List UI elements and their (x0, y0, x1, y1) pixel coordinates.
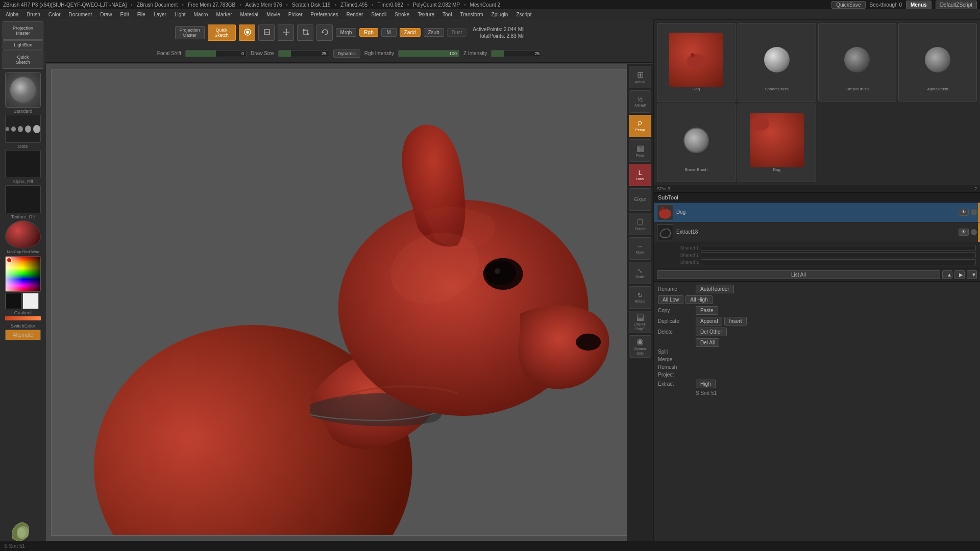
menu-material[interactable]: Material (237, 11, 262, 18)
menu-marker[interactable]: Marker (212, 11, 235, 18)
insert-btn[interactable]: Insert (724, 317, 746, 325)
arrow-right-btn[interactable]: ▶ (954, 270, 965, 279)
lightbox-mini[interactable]: QuickSketch (208, 24, 236, 41)
brush-thumb-alpha[interactable]: AlphaBrush (898, 23, 977, 102)
white-swatch[interactable] (22, 293, 39, 309)
frame-btn[interactable]: □ Frame (629, 213, 651, 235)
subtool-item-extract[interactable]: Extract18 👁 (654, 222, 980, 242)
all-high-btn[interactable]: All High (685, 295, 712, 304)
rgb-intensity-slider[interactable]: 100 (398, 50, 459, 57)
linefill-btn[interactable]: ▤ Line Fill PolyF (629, 311, 651, 333)
menu-brush[interactable]: Brush (23, 11, 44, 18)
list-all-btn[interactable]: List All (657, 270, 940, 279)
m-btn[interactable]: M (381, 28, 397, 37)
menu-document[interactable]: Document (65, 11, 96, 18)
high-btn[interactable]: High (696, 380, 716, 388)
menu-layer[interactable]: Layer (150, 11, 170, 18)
default-zscript-button[interactable]: DefaultZScript (936, 1, 977, 9)
menu-macro[interactable]: Macro (190, 11, 212, 18)
dust-btn[interactable]: Dust (447, 28, 467, 37)
brush-thumb-eraser[interactable]: EraserBrush (657, 104, 736, 182)
quicksave-button[interactable]: QuickSave (831, 1, 865, 9)
draw-mode-btn[interactable] (258, 24, 275, 41)
alternate-button[interactable]: Alternate (5, 330, 41, 340)
dots-preview[interactable] (5, 115, 41, 143)
extract-visibility-btn[interactable]: 👁 (959, 229, 969, 236)
brush-preview[interactable] (5, 72, 41, 108)
persp-btn[interactable]: P Persp (629, 115, 651, 137)
arrow-down-btn[interactable]: ▼ (967, 270, 977, 279)
draw-icon-btn[interactable] (239, 24, 255, 41)
param-slider-1[interactable] (701, 245, 976, 251)
scale-icon-btn[interactable]: ⤡ Scale (629, 262, 651, 284)
menu-zscript[interactable]: Zscript (512, 11, 535, 18)
menu-light[interactable]: Light (171, 11, 189, 18)
subtool-item-dog[interactable]: Dog 👁 (654, 203, 980, 222)
menu-edit[interactable]: Edit (117, 11, 133, 18)
material-preview[interactable] (5, 220, 41, 248)
black-swatch[interactable] (5, 293, 21, 309)
color-picker[interactable] (5, 256, 41, 292)
menu-render[interactable]: Render (343, 11, 367, 18)
quick-sketch-button[interactable]: QuickSketch (3, 51, 43, 69)
lightbox-button[interactable]: LightBox (3, 40, 43, 49)
gradient-bar[interactable] (5, 316, 41, 320)
focal-shift-slider[interactable]: 0 (185, 50, 247, 57)
brush-thumb-dog[interactable]: Dog (657, 23, 736, 102)
texture-preview[interactable] (5, 185, 41, 213)
extract-lock-btn[interactable] (971, 229, 977, 235)
all-low-btn[interactable]: All Low (658, 295, 683, 304)
canvas-area[interactable] (46, 64, 653, 541)
menu-tool[interactable]: Tool (439, 11, 455, 18)
del-other-btn[interactable]: Del Other (696, 328, 727, 336)
z-intensity-slider[interactable]: 25 (491, 50, 542, 57)
subtool-header[interactable]: SubTool (654, 193, 980, 203)
projection-master-button[interactable]: ProjectionMaster (3, 21, 43, 40)
local-btn[interactable]: L Local (629, 164, 651, 186)
draw-size-slider[interactable]: 25 (278, 50, 329, 57)
alpha-preview[interactable] (5, 150, 41, 178)
move-btn[interactable] (278, 24, 294, 41)
menus-button[interactable]: Menus (906, 1, 932, 9)
scale-btn[interactable] (297, 24, 313, 41)
param-slider-2[interactable] (701, 252, 976, 258)
actual-btn[interactable]: ⊞ Actual (629, 66, 651, 88)
param-slider-3[interactable] (701, 259, 976, 265)
zsub-btn[interactable]: Zsub (424, 28, 444, 37)
menu-stroke[interactable]: Stroke (391, 11, 413, 18)
menu-alpha[interactable]: Alpha (2, 11, 22, 18)
menu-texture[interactable]: Texture (414, 11, 438, 18)
mrgb-btn[interactable]: Mrgb (336, 28, 357, 37)
paste-btn[interactable]: Paste (696, 306, 718, 315)
zadd-btn[interactable]: Zadd (400, 28, 421, 37)
dynamic-btn[interactable]: Dynamic (333, 49, 360, 58)
dog-visibility-btn[interactable]: 👁 (959, 209, 969, 216)
rgb-btn[interactable]: Rgb (359, 28, 378, 37)
menu-preferences[interactable]: Preferences (307, 11, 342, 18)
del-all-btn[interactable]: Del All (696, 338, 719, 347)
projection-master-mini[interactable]: ProjectionMaster (175, 26, 205, 39)
rotate-btn[interactable] (316, 24, 333, 41)
aahalf-btn[interactable]: ½ AAHalf (629, 90, 651, 113)
move-icon-btn[interactable]: ↔ Move (629, 237, 651, 260)
menu-transform[interactable]: Transform (456, 11, 486, 18)
floor-btn[interactable]: ▦ Floor (629, 139, 651, 162)
dynamic-icon-btn[interactable]: ◉ Dynam Solo (629, 335, 651, 358)
canvas-viewport[interactable] (51, 69, 648, 536)
menu-movie[interactable]: Movie (263, 11, 284, 18)
arrow-up-btn[interactable]: ▲ (942, 270, 952, 279)
menu-zplugin[interactable]: Zplugin (488, 11, 512, 18)
gxyz-btn[interactable]: Gxyz (629, 188, 651, 211)
auto-reorder-btn[interactable]: AutoReorder (696, 285, 734, 293)
brush-thumb-dog2[interactable]: Dog (738, 104, 816, 182)
dog-lock-btn[interactable] (971, 209, 977, 215)
menu-stencil[interactable]: Stencil (368, 11, 390, 18)
menu-color[interactable]: Color (45, 11, 64, 18)
menu-draw[interactable]: Draw (96, 11, 115, 18)
rotate-icon-btn[interactable]: ↻ Rotate (629, 286, 651, 309)
menu-picker[interactable]: Picker (285, 11, 306, 18)
brush-thumb-simple[interactable]: SimpleBrush (818, 23, 897, 102)
menu-file[interactable]: File (134, 11, 149, 18)
append-btn[interactable]: Append (696, 317, 722, 325)
brush-thumb-sphere[interactable]: SphereBrush (738, 23, 816, 102)
